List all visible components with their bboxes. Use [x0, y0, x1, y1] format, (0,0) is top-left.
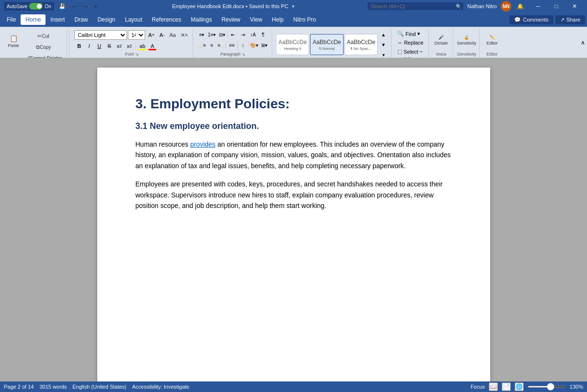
font-family-select[interactable]: Calibri Light [74, 30, 127, 40]
menu-layout[interactable]: Layout [120, 14, 147, 25]
save-button[interactable]: 💾 [57, 1, 68, 12]
para-divider2 [237, 41, 238, 49]
language: English (United States) [72, 384, 127, 390]
window-controls: ─ □ ✕ [529, 0, 583, 12]
italic-button[interactable]: I [84, 41, 94, 51]
increase-indent-button[interactable]: ⇥ [238, 30, 248, 39]
document-title: Employee Handbook Edit.docx • Saved to t… [99, 3, 368, 10]
style-nospace-preview: AaBbCcDe [347, 39, 375, 46]
justify-button[interactable]: ≡≡ [227, 40, 237, 50]
editor-button[interactable]: ✏️ Editor [483, 30, 501, 51]
show-formatting-button[interactable]: ¶ [258, 30, 268, 39]
style-nospace-name: ¶ No Spac... [351, 46, 372, 51]
menu-mailings[interactable]: Mailings [186, 14, 217, 25]
menu-nitro[interactable]: Nitro Pro [288, 14, 321, 25]
sensitivity-button[interactable]: 🔒 Sensitivity [458, 30, 475, 51]
zoom-slider[interactable] [528, 386, 566, 388]
accessibility-status[interactable]: Accessibility: Investigate [132, 384, 189, 390]
replace-button[interactable]: ↔ Replace [395, 39, 425, 46]
line-spacing-button[interactable]: ↕ [238, 40, 248, 50]
strikethrough-button[interactable]: S [104, 41, 114, 51]
autosave-state: On [45, 4, 51, 9]
shading-button[interactable]: 🎨▾ [249, 40, 259, 50]
clear-format-button[interactable]: ✕A [179, 30, 190, 40]
find-button[interactable]: 🔍 Find ▾ [395, 30, 425, 38]
menu-help[interactable]: Help [267, 14, 288, 25]
style-normal-preview: AaBbCcDe [312, 39, 341, 46]
cut-icon: ✂ [37, 33, 42, 39]
redo-button[interactable]: ↪ [81, 1, 90, 12]
ribbon-collapse-button[interactable]: ∧ [581, 39, 585, 46]
font-row: Calibri Light 14 A+ A- Aa ✕A [74, 30, 190, 40]
shrink-font-button[interactable]: A- [157, 30, 166, 40]
view-read-button[interactable]: 📖 [489, 382, 498, 391]
paragraph-1-link[interactable]: provides [190, 140, 216, 148]
align-right-button[interactable]: ≡⬜ [217, 40, 227, 50]
document-heading: 3. Employment Policies: [136, 96, 452, 112]
view-web-button[interactable]: 🌐 [515, 382, 524, 391]
subscript-button[interactable]: x2 [115, 41, 124, 51]
menu-insert[interactable]: Insert [46, 14, 69, 25]
view-print-button[interactable]: 📄 [502, 382, 511, 391]
font-color-button[interactable]: A [148, 41, 157, 51]
copy-button[interactable]: ⧉ Copy [23, 42, 64, 52]
cut-button[interactable]: ✂ Cut [23, 31, 64, 41]
share-button[interactable]: ↗ Share [555, 15, 585, 24]
multilevel-button[interactable]: ⊟▾ [217, 30, 227, 39]
menu-review[interactable]: Review [217, 14, 245, 25]
decrease-indent-button[interactable]: ⇤ [228, 30, 238, 39]
autosave-button[interactable]: AutoSave On [4, 2, 54, 11]
style-normal[interactable]: AaBbCcDe ¶ Normal [310, 34, 343, 55]
paste-button[interactable]: 📋 Paste [5, 31, 22, 52]
sensitivity-label: Sensitivity [457, 52, 477, 57]
select-button[interactable]: ⬚ Select ~ [395, 47, 425, 56]
style-heading6-name: Heading 6 [284, 46, 301, 51]
grow-font-button[interactable]: A+ [146, 30, 156, 40]
avatar[interactable]: NN [501, 1, 511, 12]
share-icon-btn[interactable]: 🔔 [515, 1, 526, 12]
change-case-button[interactable]: Aa [167, 30, 177, 40]
numbering-button[interactable]: 1≡▾ [207, 30, 217, 39]
style-heading6[interactable]: AaBbCcDe Heading 6 [276, 34, 309, 55]
menu-references[interactable]: References [147, 14, 186, 25]
dictate-button[interactable]: 🎤 Dictate [433, 30, 450, 51]
sort-button[interactable]: ↕A [248, 30, 258, 39]
word-count: 3015 words [39, 384, 67, 390]
zoom-level: 130% [570, 384, 583, 390]
styles-scroll-down[interactable]: ▼ [379, 40, 388, 49]
highlight-button[interactable]: ab [138, 41, 147, 51]
style-nospace[interactable]: AaBbCcDe ¶ No Spac... [345, 34, 378, 55]
menu-bar: File Home Insert Draw Design Layout Refe… [0, 12, 587, 27]
autosave-label: AutoSave [7, 4, 27, 9]
menu-home[interactable]: Home [21, 14, 46, 25]
divider-1 [69, 31, 69, 55]
user-name: Nathan Nitro [467, 3, 497, 9]
title-search-container: 🔍 [368, 2, 463, 10]
undo-button[interactable]: ↩ [70, 1, 79, 12]
underline-button[interactable]: U [94, 41, 104, 51]
ribbon: 📋 Paste ✂ Cut ⧉ Copy 🖌 Format Painter [0, 27, 587, 58]
focus-button[interactable]: Focus [471, 384, 485, 390]
title-dropdown-icon[interactable]: ▾ [292, 3, 295, 9]
autosave-toggle[interactable] [29, 3, 43, 10]
align-left-button[interactable]: ⬜≡ [197, 40, 207, 50]
title-search-input[interactable] [368, 2, 463, 10]
styles-scroll-up[interactable]: ▲ [379, 30, 388, 39]
font-size-select[interactable]: 14 [128, 30, 145, 40]
close-button[interactable]: ✕ [566, 0, 583, 12]
customize-qat-button[interactable]: ▾ [92, 1, 99, 12]
document-subheading: 3.1 New employee orientation. [136, 121, 452, 131]
superscript-button[interactable]: x2 [125, 41, 134, 51]
bold-button[interactable]: B [74, 41, 84, 51]
minimize-button[interactable]: ─ [529, 0, 547, 12]
menu-design[interactable]: Design [92, 14, 120, 25]
bullets-button[interactable]: ≡▾ [197, 30, 207, 39]
menu-draw[interactable]: Draw [69, 14, 92, 25]
maximize-button[interactable]: □ [548, 0, 565, 12]
borders-button[interactable]: ⊞▾ [259, 40, 269, 50]
title-bar: AutoSave On 💾 ↩ ↪ ▾ Employee Handbook Ed… [0, 0, 587, 12]
menu-view[interactable]: View [245, 14, 267, 25]
menu-file[interactable]: File [2, 14, 21, 25]
comments-button[interactable]: 💬 Comments [509, 15, 553, 24]
align-center-button[interactable]: ≡ [207, 40, 217, 50]
